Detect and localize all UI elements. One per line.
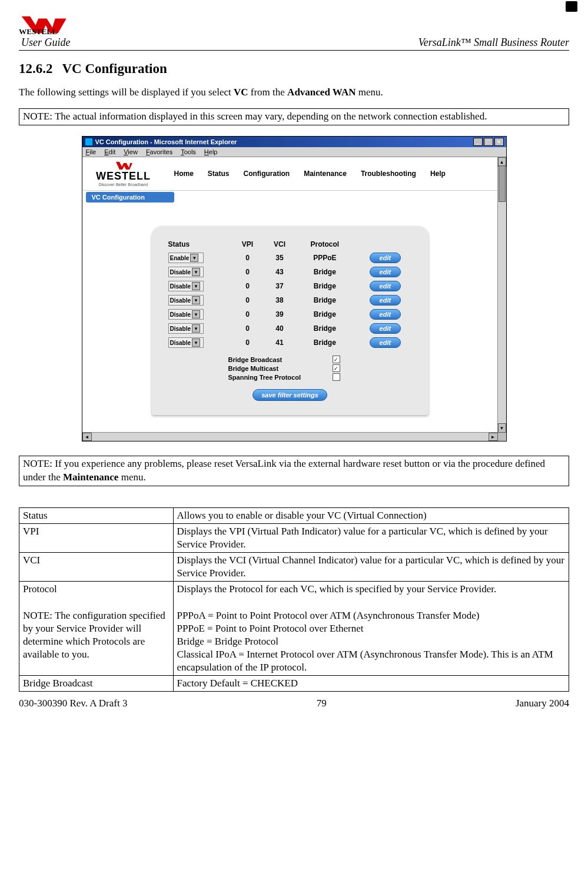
- edit-button[interactable]: edit: [370, 337, 401, 348]
- nav-home[interactable]: Home: [171, 167, 197, 180]
- minimize-button[interactable]: _: [473, 138, 483, 146]
- save-filter-settings-button[interactable]: save filter settings: [253, 389, 327, 401]
- intro-text: The following settings will be displayed…: [19, 87, 234, 98]
- footer-right: January 2004: [516, 698, 569, 709]
- scroll-right-icon[interactable]: ►: [489, 433, 498, 441]
- menu-favorites[interactable]: Favorites: [146, 148, 172, 155]
- edit-button[interactable]: edit: [370, 281, 401, 291]
- chevron-down-icon: ▼: [192, 296, 200, 304]
- cell-protocol: Bridge: [296, 336, 354, 350]
- table-row: VCI Displays the VCI (Virtual Channel In…: [19, 553, 569, 582]
- status-select[interactable]: Disable▼: [168, 323, 204, 334]
- nav-maintenance[interactable]: Maintenance: [300, 167, 350, 180]
- chevron-down-icon: ▼: [192, 268, 200, 276]
- cell-protocol: Bridge: [296, 321, 354, 336]
- window-titlebar: VC Configuration - Microsoft Internet Ex…: [82, 137, 506, 147]
- cell-vpi: 0: [232, 336, 264, 350]
- page-header: WESTELL User Guide VersaLink™ Small Busi…: [19, 12, 569, 51]
- section-heading: 12.6.2VC Configuration: [19, 61, 569, 77]
- table-row: Protocol NOTE: The configuration specifi…: [19, 582, 569, 676]
- chevron-down-icon: ▼: [192, 338, 200, 347]
- cell-vci: 43: [264, 265, 296, 279]
- cell-vci: 37: [264, 279, 296, 293]
- nav-status[interactable]: Status: [204, 167, 233, 180]
- table-row: Disable▼038Bridgeedit: [164, 293, 417, 307]
- term-vpi: VPI: [19, 524, 174, 553]
- ie-icon: [85, 138, 93, 146]
- cell-vci: 39: [264, 307, 296, 321]
- note-2-bold: Maintenance: [63, 472, 118, 483]
- maximize-button[interactable]: □: [484, 138, 493, 146]
- nav-help[interactable]: Help: [427, 167, 449, 180]
- scroll-left-icon[interactable]: ◄: [82, 433, 92, 441]
- chevron-down-icon: ▼: [192, 282, 200, 290]
- intro-advanced-wan: Advanced WAN: [287, 87, 356, 98]
- status-select[interactable]: Disable▼: [168, 295, 204, 306]
- status-select[interactable]: Enable▼: [168, 253, 204, 263]
- desc-vci: Displays the VCI (Virtual Channel Indica…: [173, 553, 569, 582]
- checkbox-spanning-tree[interactable]: [333, 373, 340, 381]
- col-status: Status: [164, 238, 232, 251]
- westell-app-logo: WESTELL Discover Better Broadband: [88, 160, 159, 188]
- menu-tools[interactable]: Tools: [181, 148, 196, 155]
- breadcrumb: VC Configuration: [86, 192, 174, 203]
- term-status: Status: [19, 507, 174, 523]
- status-select[interactable]: Disable▼: [168, 309, 204, 320]
- desc-protocol: Displays the Protocol for each VC, which…: [173, 582, 569, 676]
- nav-troubleshooting[interactable]: Troubleshooting: [357, 167, 420, 180]
- vc-panel: Status VPI VCI Protocol Enable▼035PPPoEe…: [152, 226, 428, 415]
- westell-tagline: Discover Better Broadband: [98, 182, 148, 187]
- product-title: VersaLink™ Small Business Router: [418, 36, 569, 49]
- cell-vpi: 0: [232, 293, 264, 307]
- horizontal-scrollbar[interactable]: ◄ ►: [82, 432, 498, 441]
- cell-vci: 40: [264, 321, 296, 336]
- col-protocol: Protocol: [296, 238, 354, 251]
- note-box-2: NOTE: If you experience any problems, pl…: [19, 456, 569, 486]
- menu-edit[interactable]: Edit: [104, 148, 115, 155]
- app-nav: Home Status Configuration Maintenance Tr…: [165, 167, 455, 180]
- term-protocol: Protocol NOTE: The configuration specifi…: [19, 582, 174, 676]
- status-select[interactable]: Disable▼: [168, 281, 204, 291]
- vertical-scrollbar[interactable]: ▲ ▼: [497, 157, 506, 433]
- scroll-thumb[interactable]: [499, 165, 506, 202]
- check-label-bridge-multicast: Bridge Multicast: [228, 365, 279, 372]
- menu-help[interactable]: Help: [204, 148, 218, 155]
- col-vci: VCI: [264, 238, 296, 251]
- checkbox-bridge-multicast[interactable]: ✓: [333, 364, 340, 372]
- table-row: Status Allows you to enable or disable y…: [19, 507, 569, 523]
- checkbox-bridge-broadcast[interactable]: ✓: [333, 356, 340, 363]
- cell-vci: 38: [264, 293, 296, 307]
- edit-button[interactable]: edit: [370, 309, 401, 320]
- app-banner: WESTELL Discover Better Broadband Home S…: [82, 157, 498, 191]
- table-row: VPI Displays the VPI (Virtual Path Indic…: [19, 524, 569, 553]
- screenshot: VC Configuration - Microsoft Internet Ex…: [82, 136, 507, 442]
- col-vpi: VPI: [232, 238, 264, 251]
- table-row: Disable▼037Bridgeedit: [164, 279, 417, 293]
- note-box-1: NOTE: The actual information displayed i…: [19, 108, 569, 125]
- edit-button[interactable]: edit: [370, 323, 401, 334]
- desc-vpi: Displays the VPI (Virtual Path Indicator…: [173, 524, 569, 553]
- menu-file[interactable]: File: [86, 148, 97, 155]
- definition-table: Status Allows you to enable or disable y…: [19, 507, 569, 692]
- scroll-down-icon[interactable]: ▼: [498, 423, 506, 433]
- desc-status: Allows you to enable or disable your VC …: [173, 507, 569, 523]
- status-select[interactable]: Disable▼: [168, 337, 204, 348]
- menu-view[interactable]: View: [124, 148, 138, 155]
- status-select[interactable]: Disable▼: [168, 267, 204, 277]
- nav-configuration[interactable]: Configuration: [240, 167, 294, 180]
- cell-protocol: Bridge: [296, 293, 354, 307]
- cell-protocol: PPPoE: [296, 251, 354, 265]
- logo-block: WESTELL User Guide: [19, 12, 75, 49]
- section-number: 12.6.2: [19, 61, 53, 76]
- westell-swoosh-icon: [115, 161, 132, 170]
- edit-button[interactable]: edit: [370, 267, 401, 277]
- intro-paragraph: The following settings will be displayed…: [19, 86, 569, 99]
- footer-center: 79: [317, 698, 327, 709]
- intro-text-2: from the: [248, 87, 288, 98]
- close-button[interactable]: ×: [494, 138, 504, 146]
- cell-vpi: 0: [232, 307, 264, 321]
- edit-button[interactable]: edit: [370, 253, 401, 263]
- edit-button[interactable]: edit: [370, 295, 401, 306]
- table-row: Disable▼041Bridgeedit: [164, 336, 417, 350]
- chevron-down-icon: ▼: [192, 310, 200, 318]
